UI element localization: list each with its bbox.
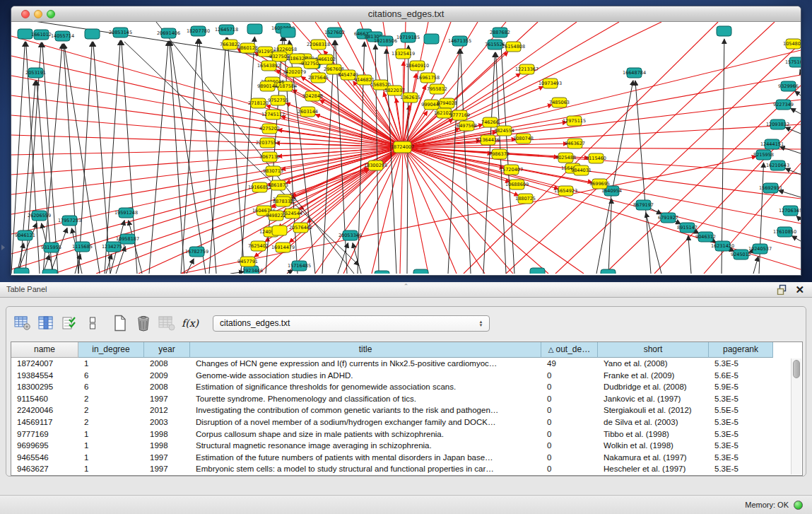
trash-icon[interactable] (134, 314, 153, 332)
column-header-title[interactable]: title (190, 342, 541, 358)
graph-node[interactable] (281, 28, 295, 37)
graph-edge[interactable] (199, 39, 216, 274)
table-cell[interactable]: 9115460 (11, 393, 78, 405)
table-cell[interactable]: 5.3E-5 (709, 463, 773, 475)
graph-edge[interactable] (170, 41, 184, 274)
table-cell[interactable]: 1 (78, 440, 144, 452)
graph-node[interactable] (530, 268, 545, 274)
table-cell[interactable]: 5.3E-5 (709, 416, 773, 428)
graph-edge[interactable] (353, 243, 361, 274)
table-cell[interactable]: 0 (541, 404, 598, 416)
graph-node[interactable]: 6497568 (457, 121, 477, 131)
panel-collapse-arrow-icon[interactable] (1, 245, 5, 250)
table-cell[interactable]: Disruption of a novel member of a sodium… (190, 416, 541, 428)
graph-edge[interactable] (78, 42, 92, 274)
import-table-icon[interactable] (158, 314, 176, 332)
graph-node[interactable]: 14055714 (51, 31, 74, 41)
table-cell[interactable]: 5.3E-5 (709, 358, 773, 370)
table-cell[interactable]: Dudbridge et al. (2008) (598, 381, 709, 393)
table-cell[interactable]: 14569117 (11, 416, 78, 428)
graph-node[interactable]: 3824554 (494, 126, 514, 136)
graph-edge[interactable] (11, 36, 403, 147)
graph-edge[interactable] (170, 41, 206, 274)
graph-node[interactable]: 16782759 (185, 247, 208, 257)
graph-node[interactable]: 20853145 (109, 28, 132, 37)
table-cell[interactable]: 5.3E-5 (709, 452, 773, 464)
graph-node[interactable]: 2053191 (25, 68, 46, 78)
panel-resize-handle[interactable]: ⌃ (404, 283, 409, 290)
table-cell[interactable]: de Silva et al. (2003) (598, 416, 709, 428)
graph-node[interactable] (247, 24, 262, 34)
graph-edge[interactable] (11, 147, 403, 214)
table-cell[interactable]: 0 (541, 463, 598, 475)
graph-edge[interactable] (129, 221, 142, 274)
table-cell[interactable]: 5.3E-5 (709, 428, 773, 440)
column-header-short[interactable]: short (598, 342, 709, 358)
table-cell[interactable]: 5.9E-5 (709, 381, 773, 393)
graph-node[interactable]: 1362615 (400, 93, 420, 103)
graph-node[interactable]: 8215958 (753, 150, 774, 160)
graph-node[interactable]: 9046121 (15, 230, 35, 240)
scrollbar-thumb[interactable] (793, 360, 800, 378)
graph-node[interactable]: 9227349 (773, 100, 794, 110)
column-header-name[interactable]: name (11, 342, 78, 358)
graph-node[interactable]: 1115685 (72, 242, 93, 252)
table-cell[interactable]: 18300295 (11, 381, 78, 393)
graph-edge[interactable] (753, 257, 758, 274)
table-cell[interactable]: Jankovic et al. (1997) (598, 393, 709, 405)
graph-node[interactable]: 12213367 (515, 64, 539, 74)
table-panel-header[interactable]: Table Panel ⌃ ✕ (0, 282, 812, 298)
network-canvas[interactable]: 1661012140557142085314520691406182077801… (11, 22, 801, 275)
column-header-indegree[interactable]: in_degree (78, 342, 144, 358)
graph-node[interactable]: 7986372 (489, 149, 510, 159)
table-cell[interactable]: 18724007 (11, 358, 78, 370)
table-cell[interactable]: 1998 (144, 428, 190, 440)
table-cell[interactable]: Corpus callosum shape and size in male p… (190, 428, 541, 440)
table-cell[interactable]: 2003 (144, 416, 190, 428)
table-row[interactable]: 1830029562008Estimation of significance … (11, 381, 802, 393)
graph-node[interactable]: 9752755 (268, 95, 288, 105)
graph-node[interactable]: 2887682 (490, 28, 510, 37)
table-row[interactable]: 969969511998Structural magnetic resonanc… (11, 440, 802, 452)
graph-node[interactable]: 16961758 (416, 73, 440, 83)
table-cell[interactable]: Hescheler et al. (1997) (598, 463, 709, 475)
table-cell[interactable]: 2 (78, 404, 144, 416)
graph-edge[interactable] (93, 42, 110, 274)
table-cell[interactable]: 5.3E-5 (709, 440, 773, 452)
function-builder-icon[interactable]: f(x) (181, 314, 199, 332)
network-window-titlebar[interactable]: citations_edges.txt (11, 6, 801, 22)
node-table[interactable]: namein_degreeyeartitle△out_de…shortpager… (11, 341, 803, 476)
graph-edge[interactable] (605, 86, 801, 274)
graph-node[interactable]: 10240537 (748, 244, 772, 254)
minimize-button[interactable] (34, 10, 42, 18)
graph-edge[interactable] (307, 147, 403, 223)
graph-edge[interactable] (96, 168, 369, 274)
graph-node[interactable]: 12706345 (779, 206, 801, 216)
table-cell[interactable]: 2008 (144, 381, 190, 393)
table-cell[interactable]: 6 (78, 370, 144, 382)
graph-node[interactable] (424, 34, 439, 44)
graph-node[interactable] (413, 269, 428, 274)
graph-node[interactable]: 12645718 (215, 25, 238, 35)
table-cell[interactable]: 1997 (144, 452, 190, 464)
graph-edge[interactable] (722, 39, 724, 274)
graph-edge[interactable] (209, 37, 226, 274)
graph-node[interactable]: 1527602 (324, 28, 345, 37)
graph-node[interactable]: 8878332 (273, 197, 293, 206)
graph-edge[interactable] (181, 39, 198, 274)
table-cell[interactable]: 9777169 (11, 428, 78, 440)
graph-edge[interactable] (290, 147, 403, 198)
graph-node[interactable]: 7625402 (248, 241, 269, 251)
table-cell[interactable]: 0 (541, 393, 598, 405)
graph-edge[interactable] (315, 147, 403, 274)
graph-node[interactable]: 19591248 (114, 208, 138, 218)
table-cell[interactable]: 2 (78, 416, 144, 428)
graph-edge[interactable] (704, 163, 801, 274)
graph-node[interactable]: 8679197 (633, 200, 654, 210)
vertical-scrollbar[interactable] (791, 358, 801, 474)
graph-node[interactable]: 12444151 (760, 139, 784, 149)
table-cell[interactable]: 9699695 (11, 440, 78, 452)
table-cell[interactable]: 22420046 (11, 404, 78, 416)
graph-edge[interactable] (791, 108, 801, 114)
graph-node[interactable]: 12923446 (240, 266, 263, 274)
